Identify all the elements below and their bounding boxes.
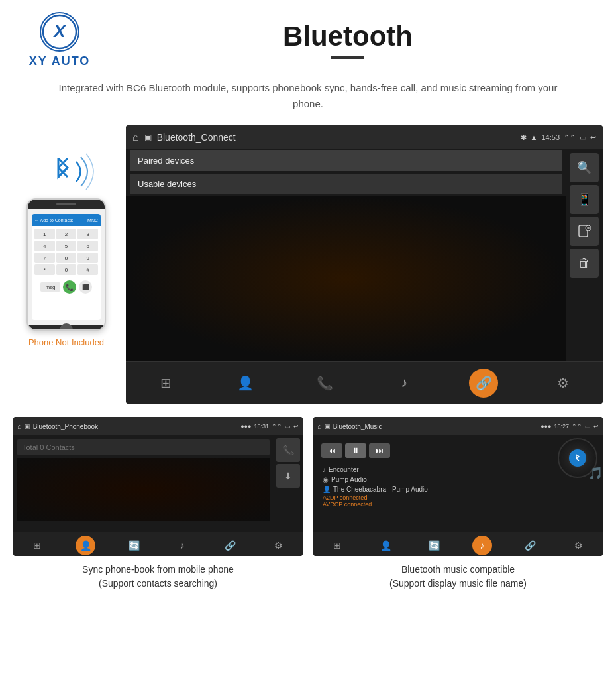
mu-time: 18:27 bbox=[554, 423, 569, 429]
pb-nav-settings[interactable]: ⚙ bbox=[269, 536, 289, 555]
window-icon: ▭ bbox=[580, 133, 586, 142]
expand-icon: ⌃⌃ bbox=[564, 133, 576, 142]
music-bottom-nav: ⊞ 👤 🔄 ♪ 🔗 ⚙ bbox=[313, 532, 603, 556]
app-name-label: Bluetooth_Connect bbox=[157, 132, 515, 143]
phonebook-main bbox=[13, 435, 274, 532]
next-button[interactable]: ⏭ bbox=[369, 443, 390, 458]
mu-back: ↩ bbox=[593, 423, 599, 429]
subtitle-text: Integrated with BC6 Bluetooth module, su… bbox=[0, 75, 616, 125]
phonebook-content: 📞 ⬇ bbox=[13, 435, 303, 532]
track-1-icon: ♪ bbox=[323, 466, 326, 473]
delete-button[interactable]: 🗑 bbox=[570, 249, 599, 278]
search-button[interactable]: 🔍 bbox=[570, 153, 599, 182]
vinyl-area: 🎵 bbox=[555, 435, 603, 532]
pb-home-icon: ⌂ bbox=[17, 422, 22, 430]
logo-text: XY AUTO bbox=[29, 54, 91, 68]
pb-nav-link[interactable]: 🔗 bbox=[221, 536, 240, 555]
bluetooth-signal-graphic bbox=[40, 152, 93, 192]
sd-icon: ▣ bbox=[144, 133, 152, 142]
music-card: ⌂ ▣ Bluetooth_Music ●●● 18:27 ⌃⌃ ▭ ↩ ⏮ ⏸… bbox=[313, 417, 603, 591]
contacts-search-input[interactable] bbox=[17, 439, 270, 455]
bottom-section: ⌂ ▣ Bluetooth_Phonebook ●●● 18:31 ⌃⌃ ▭ ↩… bbox=[0, 417, 616, 591]
music-main: ⏮ ⏸ ⏭ ♪ Encounter ◉ Pump Audio bbox=[313, 435, 555, 532]
track-item-1: ♪ Encounter bbox=[323, 465, 546, 475]
pb-nav-call[interactable]: 🔄 bbox=[124, 536, 144, 555]
mu-nav-grid[interactable]: ⊞ bbox=[327, 536, 347, 555]
phone-image: ← Add to Contacts MNC 123 456 789 *0# ms… bbox=[26, 198, 106, 331]
nav-settings-icon[interactable]: ⚙ bbox=[548, 369, 578, 398]
android-bottom-nav: ⊞ 👤 📞 ♪ 🔗 ⚙ bbox=[126, 361, 603, 404]
mu-dots: ●●● bbox=[540, 423, 551, 429]
music-caption: Bluetooth music compatible (Support disp… bbox=[389, 563, 527, 591]
phonebook-bottom-nav: ⊞ 👤 🔄 ♪ 🔗 ⚙ bbox=[13, 532, 303, 556]
vinyl-disc: 🎵 bbox=[558, 438, 597, 478]
track-list: ♪ Encounter ◉ Pump Audio 👤 The Cheebacab… bbox=[317, 462, 551, 510]
mu-nav-music[interactable]: ♪ bbox=[472, 536, 492, 555]
header: X XY AUTO Bluetooth bbox=[0, 0, 616, 75]
mu-app-name: Bluetooth_Music bbox=[333, 423, 539, 430]
nav-grid-icon[interactable]: ⊞ bbox=[151, 369, 180, 398]
music-screen: ⌂ ▣ Bluetooth_Music ●●● 18:27 ⌃⌃ ▭ ↩ ⏮ ⏸… bbox=[313, 417, 603, 556]
phonebook-caption: Sync phone-book from mobile phone (Suppo… bbox=[82, 563, 234, 591]
nav-music-icon[interactable]: ♪ bbox=[389, 369, 419, 398]
mu-nav-person[interactable]: 👤 bbox=[376, 536, 395, 555]
a2dp-connected: A2DP connected bbox=[323, 494, 546, 501]
main-section: ← Add to Contacts MNC 123 456 789 *0# ms… bbox=[0, 125, 616, 404]
pb-app-name: Bluetooth_Phonebook bbox=[33, 423, 238, 430]
phone-aside: ← Add to Contacts MNC 123 456 789 *0# ms… bbox=[13, 125, 119, 347]
nav-link-icon[interactable]: 🔗 bbox=[469, 369, 498, 398]
music-controls: ⏮ ⏸ ⏭ bbox=[317, 439, 551, 462]
usable-devices-item[interactable]: Usable devices bbox=[130, 174, 562, 194]
nav-person-icon[interactable]: 👤 bbox=[231, 369, 260, 398]
play-button[interactable]: ⏸ bbox=[345, 443, 366, 458]
logo-area: X XY AUTO bbox=[20, 12, 99, 68]
bluetooth-status-icon: ✱ bbox=[521, 133, 527, 142]
music-topbar: ⌂ ▣ Bluetooth_Music ●●● 18:27 ⌃⌃ ▭ ↩ bbox=[313, 417, 603, 435]
page-title: Bluetooth bbox=[99, 21, 596, 52]
pb-nav-music[interactable]: ♪ bbox=[172, 536, 192, 555]
mu-nav-call[interactable]: 🔄 bbox=[424, 536, 444, 555]
paired-devices-item[interactable]: Paired devices bbox=[130, 150, 562, 171]
side-buttons: 🔍 📱 🗑 bbox=[566, 149, 603, 361]
phone-sync-button[interactable]: 📱 bbox=[570, 185, 599, 214]
track-item-3: 👤 The Cheebacabra - Pump Audio bbox=[323, 485, 546, 494]
nav-call-icon[interactable]: 📞 bbox=[310, 369, 339, 398]
pb-call-button[interactable]: 📞 bbox=[276, 438, 300, 462]
android-topbar: ⌂ ▣ Bluetooth_Connect ✱ ▲ 14:53 ⌃⌃ ▭ ↩ bbox=[126, 125, 603, 149]
phonebook-screen: ⌂ ▣ Bluetooth_Phonebook ●●● 18:31 ⌃⌃ ▭ ↩… bbox=[13, 417, 303, 556]
phonebook-side-buttons: 📞 ⬇ bbox=[274, 435, 303, 532]
music-content: ⏮ ⏸ ⏭ ♪ Encounter ◉ Pump Audio bbox=[313, 435, 603, 532]
main-android-screen: ⌂ ▣ Bluetooth_Connect ✱ ▲ 14:53 ⌃⌃ ▭ ↩ P… bbox=[126, 125, 603, 404]
pb-download-button[interactable]: ⬇ bbox=[276, 464, 300, 488]
logo-icon: X bbox=[40, 12, 79, 52]
back-icon: ↩ bbox=[590, 133, 596, 142]
pb-win: ▭ bbox=[285, 423, 291, 429]
track-3-icon: 👤 bbox=[323, 486, 331, 493]
track-2-icon: ◉ bbox=[323, 476, 329, 483]
mu-win: ▭ bbox=[585, 423, 591, 429]
mu-expand: ⌃⌃ bbox=[572, 423, 582, 429]
android-content: Paired devices Usable devices 🔍 📱 🗑 bbox=[126, 149, 603, 361]
phonebook-card: ⌂ ▣ Bluetooth_Phonebook ●●● 18:31 ⌃⌃ ▭ ↩… bbox=[13, 417, 303, 591]
phone-not-included-label: Phone Not Included bbox=[28, 337, 104, 347]
status-bar: ✱ ▲ 14:53 ⌃⌃ ▭ ↩ bbox=[521, 133, 596, 142]
vinyl-bt-icon bbox=[569, 449, 586, 467]
phonebook-topbar: ⌂ ▣ Bluetooth_Phonebook ●●● 18:31 ⌃⌃ ▭ ↩ bbox=[13, 417, 303, 435]
mu-nav-settings[interactable]: ⚙ bbox=[569, 536, 589, 555]
avrcp-connected: AVRCP connected bbox=[323, 501, 546, 508]
prev-button[interactable]: ⏮ bbox=[321, 443, 342, 458]
phone-settings-button[interactable] bbox=[570, 217, 599, 246]
mu-sd-icon: ▣ bbox=[325, 423, 331, 429]
mu-nav-link[interactable]: 🔗 bbox=[521, 536, 540, 555]
pb-nav-person[interactable]: 👤 bbox=[76, 536, 95, 555]
time-label: 14:53 bbox=[541, 133, 560, 141]
pb-nav-grid[interactable]: ⊞ bbox=[27, 536, 47, 555]
track-item-2: ◉ Pump Audio bbox=[323, 475, 546, 485]
svg-text:X: X bbox=[52, 21, 66, 41]
screen-background bbox=[126, 196, 566, 361]
home-icon: ⌂ bbox=[132, 131, 139, 143]
signal-icon: ▲ bbox=[531, 133, 538, 141]
title-area: Bluetooth bbox=[99, 21, 596, 58]
music-note-decoration: 🎵 bbox=[588, 466, 603, 481]
pb-dots: ●●● bbox=[240, 423, 251, 429]
